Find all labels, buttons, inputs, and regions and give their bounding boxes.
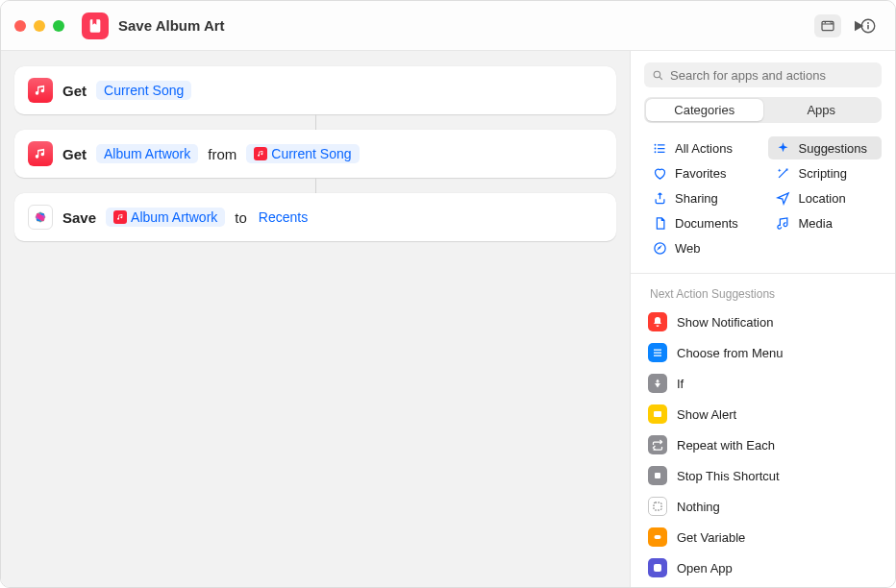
connector <box>315 178 316 193</box>
suggestion-label: Show Notification <box>677 315 773 330</box>
info-button[interactable] <box>855 14 882 37</box>
search-icon <box>652 69 664 82</box>
search-input[interactable] <box>670 68 874 83</box>
suggestion-item[interactable]: Get Variable <box>631 522 895 552</box>
suggestion-label: Choose from Menu <box>677 346 784 360</box>
workflow-editor[interactable]: Get Current Song Get Album Artwork from … <box>1 51 630 587</box>
suggestion-label: Open App <box>677 561 733 576</box>
suggestion-item[interactable]: Nothing <box>631 491 895 522</box>
connector <box>315 114 316 130</box>
action-verb: Save <box>62 209 96 226</box>
variable-label: Album Artwork <box>131 209 217 225</box>
svg-point-14 <box>654 143 656 145</box>
music-app-icon <box>28 141 53 166</box>
suggestion-item[interactable]: Repeat with Each <box>631 429 895 460</box>
cat-media[interactable]: Media <box>768 211 883 234</box>
variable-current-song[interactable]: Current Song <box>246 144 359 163</box>
cat-favorites[interactable]: Favorites <box>644 161 759 184</box>
cat-scripting[interactable]: Scripting <box>768 161 883 184</box>
cat-label: Documents <box>675 216 738 231</box>
param-album-artwork[interactable]: Album Artwork <box>96 144 198 163</box>
suggestions-heading: Next Action Suggestions <box>631 278 895 306</box>
close-window-button[interactable] <box>14 20 26 32</box>
variable-album-artwork[interactable]: Album Artwork <box>106 208 225 227</box>
suggestions-list[interactable]: Show NotificationChoose from MenuIfShow … <box>631 306 895 587</box>
divider <box>631 273 895 274</box>
suggestion-icon <box>648 374 667 393</box>
svg-point-15 <box>654 147 656 149</box>
action-get-current-song[interactable]: Get Current Song <box>14 66 616 114</box>
music-app-icon <box>28 78 53 103</box>
cat-sharing[interactable]: Sharing <box>644 186 759 209</box>
suggestion-item[interactable]: Show Notification <box>631 306 895 337</box>
svg-rect-19 <box>655 473 660 478</box>
safari-icon <box>652 240 667 256</box>
photos-app-icon <box>28 205 53 230</box>
shortcuts-editor-window: Save Album Art Get Current Song Get <box>0 0 896 588</box>
suggestion-label: Repeat with Each <box>677 438 775 453</box>
svg-point-16 <box>654 151 656 153</box>
svg-rect-12 <box>867 24 869 29</box>
shortcut-icon <box>82 12 109 39</box>
sparkle-icon <box>776 140 791 156</box>
suggestion-label: Nothing <box>677 500 720 514</box>
tab-apps[interactable]: Apps <box>763 99 881 121</box>
tab-categories[interactable]: Categories <box>646 99 763 121</box>
svg-rect-21 <box>655 535 661 539</box>
suggestion-label: Show Alert <box>677 407 736 422</box>
cat-location[interactable]: Location <box>768 186 883 209</box>
suggestion-item[interactable]: If <box>631 368 895 399</box>
action-get-album-artwork[interactable]: Get Album Artwork from Current Song <box>14 130 616 178</box>
variable-label: Current Song <box>271 146 351 161</box>
body: Get Current Song Get Album Artwork from … <box>1 51 895 587</box>
window-controls <box>14 20 64 32</box>
suggestion-icon <box>648 343 667 362</box>
list-icon <box>652 140 667 156</box>
suggestion-item[interactable]: Choose from Menu <box>631 337 895 368</box>
svg-point-13 <box>654 71 660 78</box>
suggestion-icon <box>648 558 667 577</box>
suggestion-icon <box>648 435 667 454</box>
suggestion-item[interactable]: Stop This Shortcut <box>631 460 895 491</box>
suggestion-label: Get Variable <box>677 530 745 545</box>
suggestion-item[interactable]: Open App <box>631 552 895 583</box>
suggestion-icon <box>648 404 667 424</box>
cat-web[interactable]: Web <box>644 236 759 259</box>
action-verb: Get <box>62 83 87 99</box>
suggestion-item[interactable]: URL <box>631 583 895 587</box>
cat-all-actions[interactable]: All Actions <box>644 136 759 159</box>
suggestion-label: Stop This Shortcut <box>677 469 780 483</box>
category-grid: All Actions Suggestions Favorites Script… <box>631 131 895 269</box>
joiner-from: from <box>208 146 236 162</box>
document-icon <box>652 215 667 231</box>
sidebar-toolbar <box>631 1 895 51</box>
search-field[interactable] <box>644 62 882 87</box>
wand-icon <box>776 165 791 181</box>
suggestion-icon <box>648 466 667 485</box>
action-verb: Get <box>62 146 87 162</box>
library-toggle-button[interactable] <box>814 14 841 37</box>
library-sidebar: Categories Apps All Actions Suggestions … <box>630 51 895 587</box>
heart-icon <box>652 165 667 181</box>
suggestion-icon <box>648 497 667 516</box>
zoom-window-button[interactable] <box>53 20 64 32</box>
svg-rect-18 <box>654 411 661 417</box>
param-recents[interactable]: Recents <box>257 208 310 227</box>
param-current-song[interactable]: Current Song <box>96 81 191 100</box>
joiner-to: to <box>235 209 247 226</box>
cat-documents[interactable]: Documents <box>644 211 759 234</box>
music-badge-icon <box>113 210 127 224</box>
suggestion-label: If <box>677 377 684 391</box>
suggestion-icon <box>648 527 667 547</box>
action-save-to-photos[interactable]: Save Album Artwork to Recents <box>14 193 616 241</box>
suggestion-icon <box>648 312 667 331</box>
suggestion-item[interactable]: Show Alert <box>631 399 895 429</box>
shortcut-title[interactable]: Save Album Art <box>118 17 225 34</box>
svg-point-11 <box>867 22 869 24</box>
minimize-window-button[interactable] <box>34 20 45 32</box>
cat-label: Suggestions <box>799 141 868 156</box>
music-badge-icon <box>254 147 267 160</box>
cat-label: Scripting <box>799 166 848 181</box>
cat-suggestions[interactable]: Suggestions <box>768 136 883 159</box>
music-note-icon <box>776 215 791 231</box>
